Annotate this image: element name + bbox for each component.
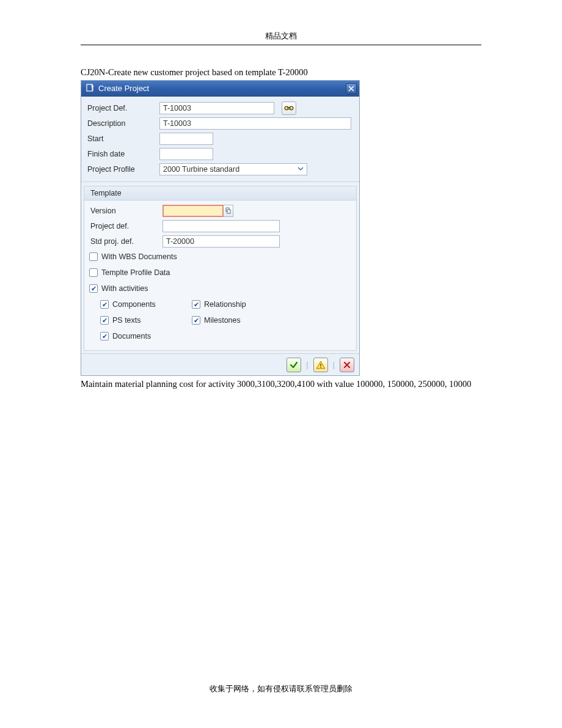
separator: | <box>306 360 308 369</box>
stdproj-label: Std proj. def. <box>89 237 162 246</box>
description-label: Description <box>86 119 159 128</box>
warning-button[interactable] <box>313 358 328 372</box>
start-label: Start <box>86 134 159 143</box>
dialog-title: Create Project <box>98 84 149 93</box>
close-button[interactable] <box>346 83 357 94</box>
doc-header: 精品文档 <box>81 31 481 45</box>
chevron-down-icon <box>297 165 304 174</box>
wbs-documents-label: With WBS Documents <box>101 252 177 261</box>
version-label: Version <box>89 207 162 215</box>
template-projectdef-input[interactable] <box>162 220 280 232</box>
relationship-label: Relationship <box>204 300 246 309</box>
components-label: Components <box>112 300 156 309</box>
dialog-titlebar: Create Project <box>81 81 359 97</box>
ps-texts-checkbox[interactable]: ✔ <box>100 316 109 325</box>
sap-dialog: Create Project Project Def. Description … <box>81 80 360 376</box>
profile-dropdown[interactable]: 2000 Turbine standard <box>159 163 307 175</box>
ok-button[interactable] <box>286 358 301 372</box>
project-def-label: Project Def. <box>86 104 159 112</box>
with-activities-checkbox[interactable]: ✔ <box>89 284 98 293</box>
milestones-checkbox[interactable]: ✔ <box>192 316 200 325</box>
stdproj-input[interactable] <box>162 235 280 248</box>
version-input[interactable] <box>162 205 224 217</box>
profile-label: Project Profile <box>86 165 159 174</box>
project-def-input[interactable] <box>159 102 274 114</box>
svg-rect-0 <box>87 84 92 91</box>
documents-label: Documents <box>112 332 151 340</box>
main-fields-area: Project Def. Description Start Finish da… <box>81 97 359 182</box>
description-input[interactable] <box>159 117 351 130</box>
finish-label: Finish date <box>86 150 159 158</box>
doc-footer: 收集于网络，如有侵权请联系管理员删除 <box>0 683 562 694</box>
doc-content: CJ20N-Create new customer project based … <box>81 67 481 391</box>
components-checkbox[interactable]: ✔ <box>100 300 109 309</box>
profile-data-label: Templte Profile Data <box>101 268 170 277</box>
wbs-documents-checkbox[interactable] <box>89 252 98 261</box>
milestones-label: Milestones <box>204 316 241 325</box>
template-section: Template Version Project def. Std proj. … <box>84 186 357 351</box>
version-f4-button[interactable] <box>224 205 233 217</box>
create-icon <box>86 83 95 94</box>
caption-text: CJ20N-Create new customer project based … <box>81 67 481 78</box>
svg-rect-7 <box>320 367 321 368</box>
profile-dropdown-value: 2000 Turbine standard <box>163 165 239 174</box>
with-activities-label: With activities <box>101 284 148 293</box>
svg-rect-6 <box>320 364 321 366</box>
template-section-title: Template <box>84 186 356 200</box>
documents-checkbox[interactable]: ✔ <box>100 332 109 340</box>
separator: | <box>333 360 335 369</box>
cancel-button[interactable] <box>340 358 354 372</box>
template-projectdef-label: Project def. <box>89 222 162 230</box>
dialog-footer: | | <box>81 353 359 375</box>
binoculars-button[interactable] <box>282 101 296 115</box>
finish-input[interactable] <box>159 148 213 160</box>
profile-data-checkbox[interactable] <box>89 268 98 277</box>
post-text: Maintain material planning cost for acti… <box>81 378 481 391</box>
svg-rect-3 <box>288 107 290 109</box>
start-input[interactable] <box>159 133 213 145</box>
svg-rect-5 <box>227 210 230 213</box>
relationship-checkbox[interactable]: ✔ <box>192 300 200 309</box>
ps-texts-label: PS texts <box>112 316 141 325</box>
